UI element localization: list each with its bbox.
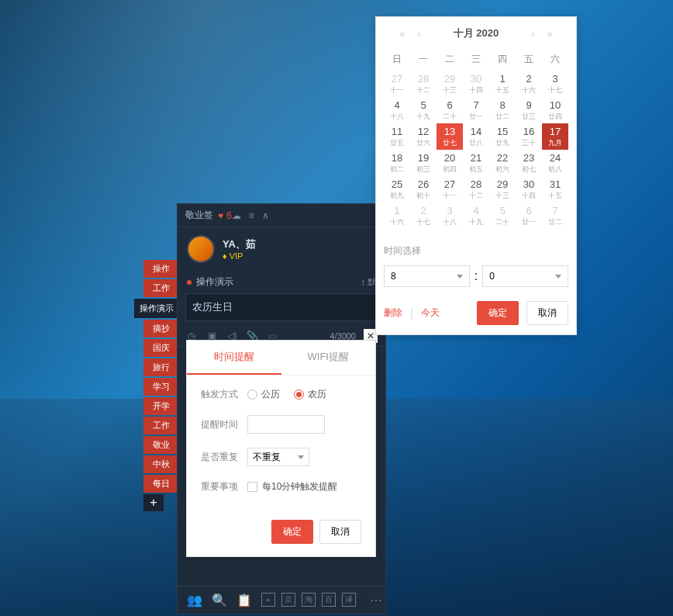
calendar-type-radio: 公历农历 (247, 388, 326, 401)
shortcut-京[interactable]: 京 (281, 593, 295, 607)
next-month-icon[interactable]: › (528, 28, 537, 40)
reminder-cancel-button[interactable]: 取消 (319, 520, 361, 544)
calendar-confirm-button[interactable]: 确定 (477, 301, 519, 325)
repeat-select[interactable]: 不重复 (247, 448, 309, 466)
add-button[interactable]: + (261, 593, 275, 607)
side-tab-10[interactable]: 中秋 (143, 455, 179, 473)
side-tab-2[interactable]: 操作演示 (134, 299, 179, 318)
sort-label[interactable]: ↕ 默 (361, 276, 376, 288)
bottom-bar: 👥 🔍 📋 + 京淘百译 ⋯ (178, 586, 385, 614)
add-category-button[interactable]: + (143, 494, 164, 511)
calendar-day[interactable]: 7廿二 (542, 202, 568, 229)
calendar-day[interactable]: 3十八 (437, 202, 463, 229)
radio-农历[interactable]: 农历 (294, 388, 326, 401)
time-label: 提醒时间 (201, 418, 247, 431)
calendar-day[interactable]: 14廿八 (463, 123, 489, 150)
calendar-day[interactable]: 6二十 (437, 97, 463, 123)
calendar-day[interactable]: 2十六 (516, 71, 542, 97)
calendar-day[interactable]: 25初九 (384, 176, 410, 202)
calendar-day[interactable]: 7廿一 (463, 97, 489, 123)
calendar-day[interactable]: 30十四 (463, 71, 489, 97)
more-icon[interactable]: ⋯ (370, 593, 382, 607)
reminder-tab-1[interactable]: WIFI提醒 (281, 341, 376, 375)
calendar-day[interactable]: 17九月 (542, 123, 568, 150)
contacts-icon[interactable]: 👥 (187, 593, 202, 607)
important-checkbox[interactable] (247, 482, 257, 492)
reminder-tab-0[interactable]: 时间提醒 (187, 341, 281, 375)
side-tab-3[interactable]: 摘抄 (143, 320, 179, 337)
prev-year-icon[interactable]: « (396, 28, 408, 40)
side-tab-8[interactable]: 工作 (143, 417, 179, 434)
calendar-day[interactable]: 24初八 (542, 150, 568, 176)
collapse-icon[interactable]: ∧ (262, 210, 269, 221)
prev-month-icon[interactable]: ‹ (414, 28, 423, 40)
calendar-day[interactable]: 18初二 (384, 150, 410, 176)
weekday-header: 五 (516, 48, 542, 71)
note-input[interactable]: 农历生日 (185, 293, 378, 321)
calendar-day[interactable]: 27十一 (384, 71, 410, 97)
calendar-day[interactable]: 27十一 (437, 176, 463, 202)
calendar-day[interactable]: 23初七 (516, 150, 542, 176)
panel-header: 敬业签 ♥ 6 ☁ ≡ ∧ (178, 204, 385, 227)
calendar-day[interactable]: 26初十 (410, 176, 437, 202)
side-tab-11[interactable]: 每日 (143, 475, 179, 493)
side-tab-6[interactable]: 学习 (143, 378, 179, 396)
vip-badge: ♦ VIP (223, 251, 256, 261)
calendar-day[interactable]: 5二十 (489, 202, 516, 229)
calendar-day[interactable]: 19初三 (410, 150, 437, 176)
calendar-day[interactable]: 4十八 (384, 97, 410, 123)
calendar-day[interactable]: 30十四 (516, 176, 542, 202)
shortcut-译[interactable]: 译 (342, 593, 356, 607)
calendar-day[interactable]: 29十三 (437, 71, 463, 97)
side-tab-0[interactable]: 操作 (143, 260, 179, 278)
important-text: 每10分钟触发提醒 (262, 480, 337, 493)
calendar-day[interactable]: 5十九 (410, 97, 437, 123)
reminder-time-input[interactable] (247, 415, 325, 434)
side-tab-1[interactable]: 工作 (143, 279, 179, 297)
calendar-cancel-button[interactable]: 取消 (526, 301, 568, 325)
minute-select[interactable]: 0 (482, 265, 568, 287)
calendar-day[interactable]: 11廿五 (384, 123, 410, 150)
calendar-day[interactable]: 16三十 (516, 123, 542, 150)
calendar-day[interactable]: 22初六 (489, 150, 516, 176)
cloud-icon[interactable]: ☁ (232, 210, 241, 221)
search-icon[interactable]: 🔍 (212, 593, 227, 607)
calendar-icon[interactable]: 📋 (236, 593, 252, 607)
trigger-label: 触发方式 (201, 388, 247, 401)
avatar[interactable] (187, 235, 215, 263)
calendar-day[interactable]: 1十五 (489, 71, 516, 97)
today-link[interactable]: 今天 (421, 306, 440, 320)
badge-count: 6 (226, 210, 232, 221)
calendar-day[interactable]: 1十六 (384, 202, 410, 229)
shortcut-百[interactable]: 百 (322, 593, 336, 607)
calendar-day[interactable]: 29十三 (489, 176, 516, 202)
calendar-day[interactable]: 31十五 (542, 176, 568, 202)
calendar-day[interactable]: 3十七 (542, 71, 568, 97)
calendar-day[interactable]: 20初四 (437, 150, 463, 176)
side-tab-9[interactable]: 敬业 (143, 436, 179, 454)
calendar-day[interactable]: 13廿七 (437, 123, 463, 150)
side-tab-5[interactable]: 旅行 (143, 358, 179, 376)
side-tab-4[interactable]: 国庆 (143, 339, 179, 357)
calendar-header: « ‹ 十月 2020 › » (384, 26, 568, 40)
calendar-day[interactable]: 28十二 (463, 176, 489, 202)
side-tab-7[interactable]: 开学 (143, 397, 179, 415)
calendar-day[interactable]: 21初五 (463, 150, 489, 176)
reminder-confirm-button[interactable]: 确定 (271, 520, 313, 544)
delete-link[interactable]: 删除 (384, 306, 402, 320)
calendar-day[interactable]: 15廿九 (489, 123, 516, 150)
calendar-day[interactable]: 28十二 (410, 71, 437, 97)
calendar-day[interactable]: 6廿一 (516, 202, 542, 229)
calendar-day[interactable]: 9廿三 (516, 97, 542, 123)
menu-icon[interactable]: ≡ (249, 210, 254, 221)
notification-icon[interactable]: ♥ (218, 210, 223, 221)
shortcut-淘[interactable]: 淘 (302, 593, 316, 607)
next-year-icon[interactable]: » (544, 28, 556, 40)
calendar-day[interactable]: 10廿四 (542, 97, 568, 123)
calendar-day[interactable]: 12廿六 (410, 123, 437, 150)
radio-公历[interactable]: 公历 (247, 388, 280, 401)
calendar-day[interactable]: 2十七 (410, 202, 437, 229)
hour-select[interactable]: 8 (384, 265, 470, 287)
calendar-day[interactable]: 4十九 (463, 202, 489, 229)
calendar-day[interactable]: 8廿二 (489, 97, 516, 123)
